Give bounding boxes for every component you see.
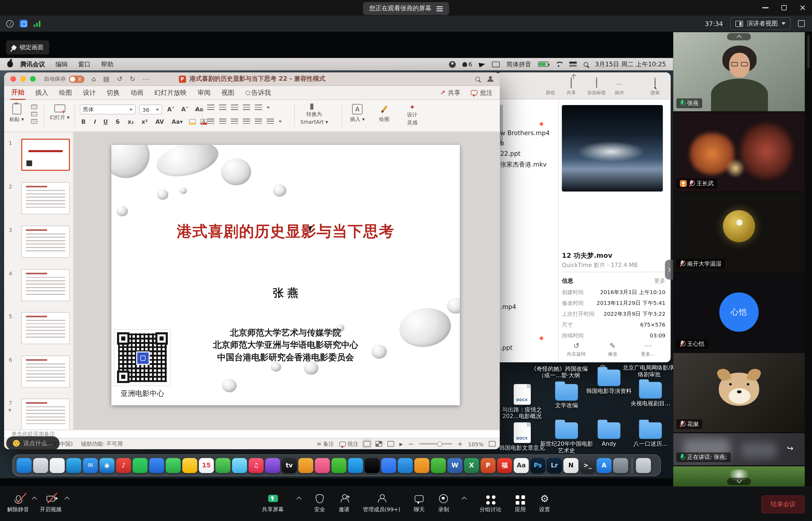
spotlight-icon[interactable]: [584, 62, 588, 66]
tab-tellme[interactable]: 告诉我: [244, 86, 272, 99]
meeting-info-icon[interactable]: i: [6, 20, 14, 27]
zoom-out-button[interactable]: −: [408, 440, 414, 448]
home-icon[interactable]: ⌂: [92, 75, 96, 82]
participant-tile-partial[interactable]: [673, 466, 805, 486]
slide[interactable]: 港式喜剧的历史显影与当下思考 张 燕 北京师范大学艺术与传媒学院 北京师范大学亚…: [111, 145, 460, 405]
battery-icon[interactable]: [538, 62, 548, 67]
dock-icon-safari[interactable]: ◉: [100, 458, 114, 473]
autosave-switch[interactable]: 关: [69, 75, 84, 83]
close-traffic-light[interactable]: [10, 76, 16, 82]
record-options-chevron[interactable]: [462, 497, 467, 502]
share-screen-button[interactable]: 共享屏幕: [262, 493, 284, 514]
dock-icon-fu-app[interactable]: 福: [497, 458, 512, 473]
menu-edit[interactable]: 编辑: [56, 60, 68, 69]
markup-button[interactable]: ✎修改: [594, 341, 631, 358]
dock-icon-bilibili[interactable]: [315, 458, 330, 473]
desktop-icon-folder[interactable]: 新世纪20年中国电影艺术史: [540, 423, 594, 454]
share-user-icon[interactable]: [487, 76, 493, 82]
slide-thumbnail-2[interactable]: 2: [4, 182, 73, 215]
dock-icon-powerpoint[interactable]: P: [481, 458, 496, 473]
new-slide-button[interactable]: 幻灯片 ▾: [49, 105, 69, 121]
italic-icon[interactable]: I: [92, 119, 97, 126]
security-button[interactable]: 安全: [314, 493, 325, 514]
clipboard-mini-buttons[interactable]: [31, 105, 37, 124]
menu-window[interactable]: 窗口: [78, 60, 91, 69]
dock-icon-facetime[interactable]: [166, 458, 181, 473]
start-video-button[interactable]: 开启视频: [40, 493, 62, 514]
font-size-select[interactable]: 36: [139, 105, 162, 114]
desktop-icon-folder[interactable]: 八一口述历...: [624, 423, 673, 447]
participant-tile[interactable]: 花溆: [673, 353, 805, 432]
collapse-up-button[interactable]: [727, 33, 751, 40]
insert-textbox-button[interactable]: A 插入 ▾: [350, 104, 365, 123]
more-actions-button[interactable]: ⋯更多...: [630, 341, 666, 358]
notes-pane[interactable]: 单击此处添加备注: [4, 429, 500, 438]
invite-button[interactable]: + 邀请: [339, 493, 350, 514]
dock-icon-notes[interactable]: [182, 458, 197, 473]
smartart-button[interactable]: 转换为 SmartArt ▾: [301, 104, 328, 124]
desktop-icon-folder[interactable]: Andy: [588, 423, 630, 447]
bird-status-icon[interactable]: [479, 61, 485, 67]
dock-icon-keynote[interactable]: [398, 458, 413, 473]
tag-icon[interactable]: [596, 78, 597, 88]
increase-indent-icon[interactable]: [243, 105, 250, 110]
paste-button[interactable]: 粘贴 ▾: [9, 104, 24, 123]
dock-icon-iqiyi[interactable]: [331, 458, 346, 473]
breakout-rooms-button[interactable]: 分组讨论: [480, 493, 501, 514]
apps-button[interactable]: 应用: [515, 493, 526, 514]
align-right-icon[interactable]: [231, 119, 238, 124]
desktop-icon-label[interactable]: 北京广电局网络影/网络剧审批: [620, 364, 673, 378]
clear-format-icon[interactable]: A̶a: [194, 106, 205, 113]
share-arrow-icon[interactable]: ↪: [787, 444, 793, 453]
tab-design[interactable]: 设计: [82, 86, 97, 99]
strikethrough-icon[interactable]: S: [114, 119, 122, 126]
lock-screen-button[interactable]: 锁定画面: [6, 40, 49, 54]
slide-thumbnail-7[interactable]: 7★: [4, 399, 73, 432]
view-mode-button[interactable]: 演讲者视图: [730, 17, 791, 30]
zoom-knob[interactable]: [437, 441, 442, 446]
video-preview-thumbnail[interactable]: [562, 105, 663, 191]
reading-view-icon[interactable]: [388, 441, 394, 447]
slide-thumbnail-6[interactable]: 6: [4, 356, 73, 389]
dock-icon-numbers[interactable]: [431, 458, 446, 473]
draw-button[interactable]: 绘图: [379, 104, 389, 123]
tab-transitions[interactable]: 切换: [106, 86, 120, 99]
slideshow-view-icon[interactable]: ▶: [399, 441, 403, 446]
desktop-icon-file[interactable]: DOCX与出路：疫情之202...电影概况: [497, 384, 547, 420]
sidebar-collapse-handle[interactable]: [665, 260, 673, 279]
dock-icon-tv[interactable]: tv: [282, 458, 297, 473]
dock-icon-appstore[interactable]: A: [597, 458, 612, 473]
cut-icon[interactable]: [31, 105, 37, 109]
watching-screen-pill[interactable]: 您正在观看张燕的屏幕: [363, 2, 449, 15]
comments-button[interactable]: 批注: [470, 88, 492, 97]
columns-icon[interactable]: [255, 119, 262, 124]
underline-icon[interactable]: U: [102, 119, 110, 126]
dock-icon-excel[interactable]: X: [464, 458, 479, 473]
record-button[interactable]: 录制: [438, 493, 449, 514]
file-list-item[interactable]: 张家杰香港.mkv: [500, 161, 547, 169]
emoji-icon[interactable]: [13, 440, 20, 447]
search-icon[interactable]: [655, 78, 656, 88]
file-list-item[interactable]: b: [500, 140, 504, 147]
autosave-toggle[interactable]: 自动保存 关: [44, 75, 84, 83]
bullets-icon[interactable]: [207, 105, 215, 110]
align-left-icon[interactable]: [207, 119, 215, 124]
dock-icon-photos[interactable]: [49, 458, 65, 473]
file-list-item[interactable]: w Brothers.mp4: [500, 130, 550, 137]
tab-insert[interactable]: 插入: [34, 86, 49, 99]
apple-menu-icon[interactable]: [7, 61, 13, 67]
share-button[interactable]: ↗共享: [440, 88, 461, 97]
scroll-down-button[interactable]: [727, 478, 751, 485]
participant-tile-speaker[interactable]: 张燕: [673, 32, 805, 111]
numbering-icon[interactable]: [219, 105, 226, 110]
dock-icon-calendar[interactable]: 15: [199, 458, 214, 473]
bold-icon[interactable]: B: [80, 119, 87, 126]
dock-icon-settings-app[interactable]: [613, 458, 628, 473]
dock-icon-trash[interactable]: [636, 458, 651, 473]
slide-thumbnail-3[interactable]: 3: [4, 226, 73, 258]
share-options-chevron[interactable]: [297, 497, 302, 502]
minimize-traffic-light[interactable]: [20, 76, 26, 82]
slide-canvas[interactable]: 港式喜剧的历史显影与当下思考 张 燕 北京师范大学艺术与传媒学院 北京师范大学亚…: [73, 132, 500, 429]
quick-chat-input[interactable]: 说点什么...: [6, 436, 60, 450]
end-meeting-button[interactable]: 结束会议: [761, 495, 805, 514]
